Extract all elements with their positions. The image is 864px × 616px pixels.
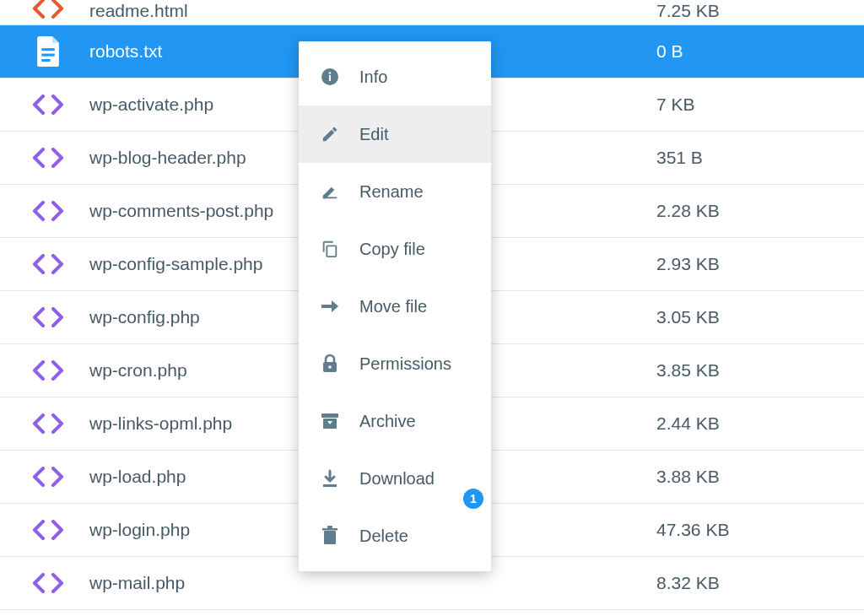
svg-rect-4 [329, 75, 331, 81]
code-icon [30, 570, 66, 596]
code-icon [30, 251, 66, 277]
svg-rect-6 [323, 197, 338, 198]
menu-item-info[interactable]: Info [299, 48, 491, 105]
svg-rect-0 [41, 48, 54, 51]
file-size: 2.44 KB [653, 413, 864, 434]
svg-rect-15 [327, 526, 332, 528]
file-size: 351 B [653, 148, 864, 168]
menu-item-label: Copy file [359, 240, 425, 259]
info-icon [319, 66, 341, 88]
lock-icon [319, 353, 341, 375]
rename-icon [319, 181, 341, 203]
menu-item-label: Permissions [359, 354, 451, 374]
svg-rect-13 [324, 531, 336, 544]
code-icon [30, 517, 66, 543]
menu-item-delete[interactable]: Delete [299, 507, 491, 565]
delete-icon [319, 525, 341, 547]
file-name: readme.html [89, 1, 653, 21]
file-size: 3.85 KB [653, 360, 864, 381]
file-size: 3.88 KB [653, 467, 864, 487]
svg-rect-14 [322, 528, 338, 531]
code-icon [30, 358, 66, 383]
svg-rect-10 [321, 413, 338, 418]
code-icon [30, 464, 66, 489]
move-icon [319, 295, 341, 317]
menu-item-label: Edit [359, 125, 388, 144]
code-icon [30, 198, 66, 224]
menu-item-move[interactable]: Move file [299, 278, 491, 335]
code-icon [30, 305, 66, 330]
file-size: 7 KB [653, 95, 864, 115]
code-icon [30, 92, 66, 117]
svg-rect-12 [323, 484, 337, 487]
menu-item-label: Archive [359, 412, 416, 431]
file-size: 3.05 KB [653, 307, 864, 327]
file-size: 2.93 KB [653, 254, 864, 274]
file-size: 47.36 KB [653, 520, 864, 540]
menu-item-label: Info [359, 68, 387, 87]
svg-rect-1 [41, 54, 54, 57]
file-size: 7.25 KB [653, 1, 864, 21]
file-size: 8.32 KB [653, 573, 864, 593]
file-name: wp-mail.php [89, 573, 653, 593]
svg-point-9 [328, 365, 332, 369]
menu-item-label: Rename [359, 182, 424, 202]
download-count-badge: 1 [463, 489, 483, 509]
svg-rect-7 [327, 246, 336, 257]
menu-item-permissions[interactable]: Permissions [299, 335, 491, 392]
code-icon [30, 0, 66, 21]
menu-item-label: Move file [359, 297, 427, 316]
edit-icon [319, 123, 341, 145]
archive-icon [319, 410, 341, 432]
svg-rect-2 [41, 59, 50, 62]
menu-item-edit[interactable]: Edit [299, 105, 491, 163]
menu-item-archive[interactable]: Archive [299, 392, 491, 450]
svg-point-5 [329, 72, 332, 74]
file-size: 0 B [653, 41, 864, 62]
context-menu: Info Edit Rename Copy file Move file Per… [299, 41, 491, 571]
copy-icon [319, 238, 341, 260]
code-icon [30, 411, 66, 436]
code-icon [30, 145, 66, 170]
menu-item-label: Download [359, 469, 435, 489]
download-icon [319, 467, 341, 489]
file-icon [30, 39, 66, 64]
menu-item-copy[interactable]: Copy file [299, 220, 491, 278]
menu-item-label: Delete [359, 527, 408, 546]
menu-item-download[interactable]: Download [299, 450, 491, 507]
menu-item-rename[interactable]: Rename [299, 163, 491, 220]
file-size: 2.28 KB [653, 201, 864, 221]
file-row[interactable]: readme.html 7.25 KB [0, 0, 864, 25]
